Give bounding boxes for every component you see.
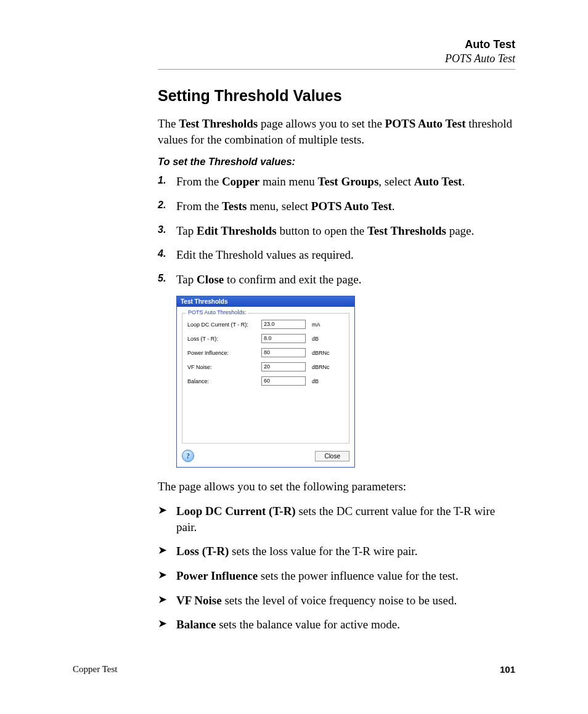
procedure-subhead: To set the Threshold values: [158,156,515,168]
dialog-titlebar: Test Thresholds [177,296,354,307]
label-loss: Loss (T - R): [187,336,261,342]
footer-section: Copper Test [73,664,117,675]
input-loop-dc[interactable]: 23.0 [261,320,306,329]
help-icon[interactable]: ? [182,450,194,462]
input-loss[interactable]: 8.0 [261,334,306,343]
parameters-intro: The page allows you to set the following… [158,479,515,495]
arrow-icon: ➤ [158,505,176,516]
thresholds-group: POTS Auto Thresholds: Loop DC Current (T… [182,313,349,444]
input-power-influence[interactable]: 80 [261,348,306,357]
arrow-icon: ➤ [158,618,176,629]
running-header: Auto Test POTS Auto Test [158,38,515,70]
label-power-influence: Power Influence: [187,350,261,356]
input-vf-noise[interactable]: 20 [261,362,306,371]
arrow-icon: ➤ [158,569,176,580]
input-balance[interactable]: 60 [261,376,306,386]
step-4: 4. Edit the Threshold values as required… [158,247,515,263]
step-1: 1. From the Copper main menu Test Groups… [158,174,515,190]
row-loss: Loss (T - R): 8.0 dB [187,334,344,343]
parameters-list: ➤Loop DC Current (T-R) sets the DC curre… [158,503,515,633]
param-loss: ➤Loss (T-R) sets the loss value for the … [158,543,515,559]
unit-vf-noise: dBRNc [306,364,337,370]
row-balance: Balance: 60 dB [187,376,344,386]
unit-loop-dc: mA [306,322,337,328]
header-title: Auto Test [158,38,515,51]
row-vf-noise: VF Noise: 20 dBRNc [187,362,344,371]
row-loop-dc: Loop DC Current (T - R): 23.0 mA [187,320,344,329]
param-power-influence: ➤Power Influence sets the power influenc… [158,568,515,584]
unit-power-influence: dBRNc [306,350,337,356]
header-rule [158,69,515,70]
param-vf-noise: ➤VF Noise sets the level of voice freque… [158,593,515,609]
label-balance: Balance: [187,378,261,384]
procedure-list: 1. From the Copper main menu Test Groups… [158,174,515,287]
label-vf-noise: VF Noise: [187,364,261,370]
dialog-window: Test Thresholds POTS Auto Thresholds: Lo… [176,296,355,468]
step-2: 2. From the Tests menu, select POTS Auto… [158,198,515,214]
page-footer: Copper Test 101 [73,664,515,675]
dialog-button-bar: ? Close [177,446,354,467]
lead-paragraph: The Test Thresholds page allows you to s… [158,116,515,147]
arrow-icon: ➤ [158,545,176,556]
param-loop-dc: ➤Loop DC Current (T-R) sets the DC curre… [158,503,515,535]
page-number: 101 [500,664,515,675]
label-loop-dc: Loop DC Current (T - R): [187,322,261,328]
row-power-influence: Power Influence: 80 dBRNc [187,348,344,357]
group-legend: POTS Auto Thresholds: [186,309,248,315]
step-5: 5. Tap Close to confirm and exit the pag… [158,272,515,288]
page-heading: Setting Threshold Values [158,87,515,105]
param-balance: ➤Balance sets the balance value for acti… [158,617,515,633]
arrow-icon: ➤ [158,594,176,605]
unit-loss: dB [306,336,337,342]
step-3: 3. Tap Edit Thresholds button to open th… [158,223,515,239]
unit-balance: dB [306,378,337,384]
screenshot-figure: Test Thresholds POTS Auto Thresholds: Lo… [176,296,515,468]
header-subtitle: POTS Auto Test [158,52,515,65]
close-button[interactable]: Close [315,451,349,461]
